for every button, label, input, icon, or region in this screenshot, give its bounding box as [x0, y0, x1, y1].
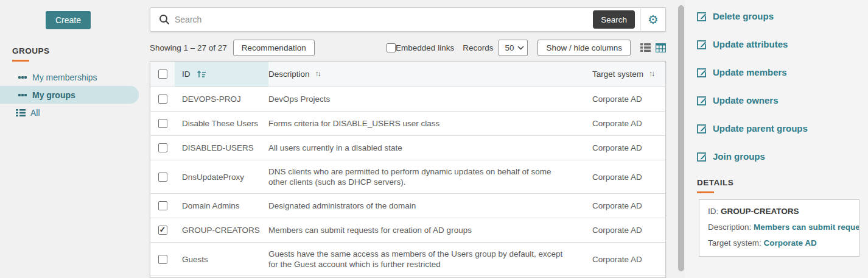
table-header-row: ID Description ↑↓ Target system ↑↓	[150, 62, 665, 87]
details-id-value: GROUP-CREATORS	[721, 207, 799, 216]
edit-icon	[697, 151, 707, 162]
action-update-attributes[interactable]: Update attributes	[697, 30, 808, 58]
groups-table: ID Description ↑↓ Target system ↑↓ DEVOP…	[150, 61, 666, 278]
table-body: DEVOPS-PROJ DevOps Projects Corporate AD…	[150, 87, 665, 278]
column-header-target-system[interactable]: Target system ↑↓	[580, 63, 665, 85]
search-settings[interactable]: ⚙	[641, 7, 665, 32]
cell-description: DNS clients who are permitted to perform…	[268, 160, 580, 193]
cell-id: Guests	[175, 248, 268, 271]
details-id-label: ID:	[708, 207, 721, 216]
cell-description: DevOps Projects	[268, 88, 580, 110]
edit-icon	[697, 39, 707, 49]
list-view-icon[interactable]	[640, 43, 651, 52]
scrollbar-thumb[interactable]	[678, 5, 684, 271]
details-target-row: Target system: Corporate AD	[708, 238, 859, 248]
cell-target-system: Corporate AD	[580, 88, 665, 110]
details-target-value[interactable]: Corporate AD	[764, 238, 817, 248]
row-checkbox[interactable]	[158, 173, 167, 182]
cell-target-system: Corporate AD	[580, 219, 665, 241]
sort-icon[interactable]: ↑↓	[315, 69, 320, 79]
edit-icon	[697, 95, 707, 105]
records-value: 50	[505, 43, 517, 52]
left-sidebar: Create GROUPS My memberships My groups A…	[0, 0, 150, 278]
cell-id: DnsUpdateProxy	[175, 166, 268, 188]
table-row[interactable]: DEVOPS-PROJ DevOps Projects Corporate AD	[150, 87, 665, 112]
row-checkbox[interactable]	[158, 143, 167, 152]
vertical-scrollbar[interactable]	[677, 0, 685, 278]
group-actions-list: Delete groups Update attributes Update m…	[697, 2, 808, 170]
sidebar-item-all[interactable]: All	[0, 104, 150, 121]
column-label: Target system	[592, 69, 643, 79]
search-button[interactable]: Search	[593, 10, 635, 29]
action-label: Update members	[713, 67, 787, 77]
action-label: Join groups	[713, 151, 765, 162]
cell-id: Domain Admins	[175, 194, 268, 217]
cell-target-system: Corporate AD	[580, 248, 665, 271]
action-label: Delete groups	[713, 11, 774, 21]
details-target-label: Target system:	[708, 238, 764, 248]
sidebar-item-my-groups[interactable]: My groups	[0, 86, 139, 104]
cell-description: Members can submit requests for creation…	[268, 219, 580, 241]
groups-nav: My memberships My groups All	[0, 68, 150, 121]
recommendation-button[interactable]: Recommendation	[233, 40, 315, 56]
table-row[interactable]: Guests Guests have the same access as me…	[150, 243, 665, 276]
cell-description: All users currently in a disabled state	[268, 137, 580, 159]
table-row[interactable]: Disable These Users Forms criteria for D…	[150, 112, 665, 136]
action-label: Update parent groups	[713, 123, 808, 134]
table-row[interactable]: Domain Admins Designated administrators …	[150, 194, 665, 218]
sort-icon[interactable]: ↑↓	[649, 69, 654, 79]
row-checkbox-checked[interactable]	[158, 226, 167, 235]
cell-id: GROUP-CREATORS	[175, 219, 268, 241]
column-header-description[interactable]: Description ↑↓	[268, 63, 580, 85]
details-description-label: Description:	[708, 223, 754, 232]
embedded-links-label: Embedded links	[396, 43, 454, 52]
cell-target-system: Corporate AD	[580, 166, 665, 188]
search-input[interactable]	[175, 15, 593, 24]
cell-description: Forms criteria for DISABLE_USERS user cl…	[268, 112, 580, 135]
row-checkbox[interactable]	[158, 119, 167, 128]
row-checkbox[interactable]	[158, 255, 167, 264]
grid-view-icon[interactable]	[656, 43, 666, 52]
records-select[interactable]: 50	[499, 40, 528, 56]
row-checkbox[interactable]	[158, 94, 167, 104]
column-label: Description	[268, 69, 310, 79]
edit-icon	[697, 123, 707, 134]
details-card: ID: GROUP-CREATORS Description: Members …	[699, 199, 859, 257]
action-label: Update attributes	[713, 39, 788, 49]
column-header-id[interactable]: ID	[175, 62, 268, 87]
showing-count: Showing 1 – 27 of 27	[150, 43, 227, 52]
action-update-parent-groups[interactable]: Update parent groups	[697, 114, 808, 142]
column-label: ID	[182, 69, 191, 79]
select-all-checkbox[interactable]	[158, 70, 167, 79]
groups-title-underline	[12, 60, 29, 62]
show-hide-columns-button[interactable]: Show / hide columns	[537, 40, 631, 56]
cell-id: Disable These Users	[175, 112, 268, 135]
details-description-row: Description: Members can submit request	[708, 223, 859, 232]
cell-description: Guests have the same access as members o…	[268, 243, 580, 276]
cell-target-system: Corporate AD	[580, 194, 665, 217]
embedded-links-control: Embedded links	[387, 43, 454, 52]
row-checkbox[interactable]	[158, 201, 167, 210]
create-button[interactable]: Create	[46, 11, 91, 29]
action-update-members[interactable]: Update members	[697, 58, 808, 86]
sidebar-item-label: My memberships	[32, 73, 97, 82]
details-id-row: ID: GROUP-CREATORS	[708, 207, 859, 216]
embedded-links-checkbox[interactable]	[387, 43, 396, 52]
action-update-owners[interactable]: Update owners	[697, 86, 808, 114]
records-label: Records	[463, 43, 493, 52]
action-join-groups[interactable]: Join groups	[697, 142, 808, 170]
results-toolbar: Showing 1 – 27 of 27 Recommendation Embe…	[150, 38, 666, 57]
sort-ascending-icon[interactable]	[197, 70, 206, 78]
cell-id: DEVOPS-PROJ	[175, 88, 268, 110]
table-row[interactable]: DnsUpdateProxy DNS clients who are permi…	[150, 160, 665, 194]
table-row-selected[interactable]: GROUP-CREATORS Members can submit reques…	[150, 218, 665, 243]
search-icon	[159, 14, 170, 25]
sidebar-item-my-memberships[interactable]: My memberships	[0, 68, 150, 86]
dots-icon	[18, 76, 27, 79]
cell-target-system: Corporate AD	[580, 112, 665, 135]
edit-icon	[697, 11, 707, 21]
details-description-value[interactable]: Members can submit request	[754, 223, 859, 232]
edit-icon	[697, 67, 707, 77]
table-row[interactable]: DISABLED-USERS All users currently in a …	[150, 136, 665, 160]
action-delete-groups[interactable]: Delete groups	[697, 2, 808, 30]
